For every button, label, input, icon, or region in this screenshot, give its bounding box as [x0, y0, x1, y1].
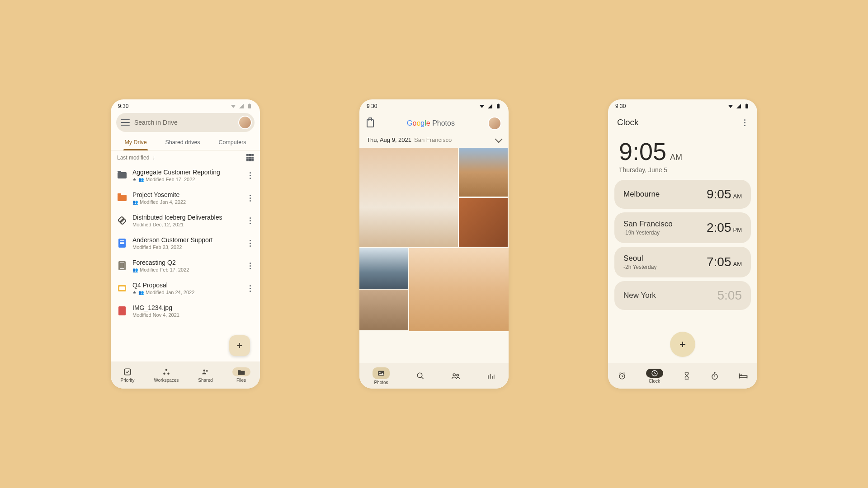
- nav-shared[interactable]: Shared: [198, 367, 212, 383]
- search-bar[interactable]: Search in Drive: [116, 113, 255, 132]
- nav-timer[interactable]: [682, 371, 691, 380]
- battery-icon: [744, 103, 750, 109]
- nav-stopwatch[interactable]: [710, 371, 719, 380]
- city-name: Melbourne: [623, 190, 660, 199]
- nav-photos[interactable]: Photos: [373, 367, 390, 385]
- svg-line-25: [619, 373, 620, 374]
- search-icon: [416, 371, 425, 380]
- file-meta: Modified Feb 23, 2022: [132, 244, 241, 250]
- file-meta: 👥Modified Jan 4, 2022: [132, 199, 241, 205]
- wifi-icon: [727, 103, 734, 109]
- sort-button[interactable]: Last modified ↓: [117, 155, 155, 161]
- nav-workspaces[interactable]: Workspaces: [154, 367, 179, 383]
- nav-alarm[interactable]: [618, 371, 627, 380]
- more-icon[interactable]: [246, 263, 254, 269]
- svg-point-15: [457, 374, 458, 376]
- priority-icon: [123, 367, 132, 376]
- app-title: Clock: [617, 117, 639, 127]
- tab-computers[interactable]: Computers: [216, 139, 249, 150]
- file-item[interactable]: Anderson Customer Support Modified Feb 2…: [113, 232, 258, 254]
- nav-priority[interactable]: Priority: [120, 367, 134, 383]
- search-row: Search in Drive: [111, 113, 260, 132]
- city-name: New York: [623, 291, 656, 300]
- file-meta: Modified Nov 4, 2021: [132, 312, 254, 318]
- more-icon[interactable]: [246, 285, 254, 292]
- photo-thumbnail[interactable]: [359, 148, 458, 247]
- more-icon[interactable]: [741, 119, 748, 126]
- svg-point-6: [203, 370, 206, 372]
- city-card[interactable]: San Francisco -19h Yesterday 2:05PM: [614, 212, 751, 243]
- city-offset: -2h Yesterday: [623, 264, 656, 270]
- city-name: Seoul: [623, 254, 656, 263]
- status-icons: [727, 103, 750, 109]
- file-name: Aggregate Customer Reporting: [132, 169, 241, 176]
- more-icon[interactable]: [246, 240, 254, 247]
- nav-sharing[interactable]: [451, 371, 460, 380]
- svg-line-29: [655, 373, 656, 374]
- fab-add-city[interactable]: +: [670, 332, 695, 357]
- alarm-icon: [618, 371, 627, 380]
- nav-library[interactable]: [486, 371, 495, 380]
- status-bar: 9 30: [608, 99, 757, 113]
- city-card[interactable]: Seoul -2h Yesterday 7:05AM: [614, 247, 751, 277]
- nav-bedtime[interactable]: [739, 371, 748, 380]
- date-header[interactable]: Thu, Aug 9, 2021San Francisco: [359, 134, 509, 148]
- svg-point-11: [379, 372, 381, 373]
- doc-icon: [117, 238, 127, 248]
- nav-search[interactable]: [416, 371, 425, 380]
- tab-my-drive[interactable]: My Drive: [122, 139, 149, 150]
- status-time: 9 30: [615, 103, 626, 109]
- photo-thumbnail[interactable]: [359, 248, 408, 289]
- city-offset: -19h Yesterday: [623, 230, 673, 236]
- fab-new[interactable]: +: [229, 335, 250, 356]
- tab-shared-drives[interactable]: Shared drives: [163, 139, 203, 150]
- shared-icon: [201, 367, 210, 376]
- status-bar: 9:30: [111, 99, 260, 113]
- file-item[interactable]: Q4 Proposal ★👥Modified Jan 24, 2022: [113, 277, 258, 300]
- menu-icon[interactable]: [121, 119, 130, 126]
- file-item[interactable]: Project Yosemite 👥Modified Jan 4, 2022: [113, 187, 258, 209]
- nav-files[interactable]: Files: [232, 367, 250, 383]
- file-name: Anderson Customer Support: [132, 236, 241, 244]
- profile-avatar[interactable]: [488, 117, 501, 130]
- nav-clock[interactable]: Clock: [646, 369, 663, 384]
- more-icon[interactable]: [246, 172, 254, 179]
- svg-point-14: [453, 374, 455, 376]
- more-icon[interactable]: [246, 195, 254, 202]
- file-name: Distributed Iceberg Deliverables: [132, 214, 241, 221]
- wifi-icon: [479, 103, 485, 109]
- photo-thumbnail[interactable]: [459, 148, 508, 197]
- svg-point-3: [165, 369, 168, 371]
- photos-header: Google Photos: [359, 113, 509, 134]
- people-icon: [451, 371, 460, 380]
- file-item[interactable]: Aggregate Customer Reporting ★👥Modified …: [113, 164, 258, 187]
- drive-phone: 9:30 Search in Drive My Drive Shared dri…: [111, 99, 260, 389]
- svg-point-37: [741, 374, 742, 375]
- svg-line-24: [622, 376, 623, 377]
- photo-thumbnail[interactable]: [459, 198, 508, 247]
- more-icon[interactable]: [246, 217, 254, 224]
- city-card[interactable]: New York 5:05: [614, 281, 751, 310]
- chevron-down-icon: [495, 135, 503, 143]
- photo-thumbnail[interactable]: [359, 290, 408, 330]
- file-item[interactable]: IMG_1234.jpg Modified Nov 4, 2021: [113, 300, 258, 322]
- file-item[interactable]: Distributed Iceberg Deliverables Modifie…: [113, 209, 258, 232]
- city-name: San Francisco: [623, 220, 673, 229]
- main-clock: 9:05 AM Thursday, June 5: [608, 132, 757, 180]
- profile-avatar[interactable]: [238, 116, 252, 129]
- image-icon: [117, 306, 127, 316]
- svg-rect-9: [498, 104, 499, 105]
- file-item[interactable]: Forecasting Q2 👥Modified Feb 17, 2022: [113, 254, 258, 277]
- city-card[interactable]: Melbourne 9:05AM: [614, 180, 751, 209]
- print-store-icon[interactable]: [367, 119, 374, 127]
- wifi-icon: [230, 103, 236, 109]
- status-bar: 9 30: [359, 99, 509, 113]
- grid-view-icon[interactable]: [246, 154, 254, 161]
- signal-icon: [238, 103, 245, 109]
- folder-icon: [117, 170, 127, 180]
- sheet-icon: [117, 261, 127, 271]
- file-name: Project Yosemite: [132, 191, 241, 198]
- photo-thumbnail[interactable]: [409, 248, 509, 331]
- svg-point-4: [163, 373, 165, 375]
- photos-phone: 9 30 Google Photos Thu, Aug 9, 2021San F…: [359, 99, 509, 389]
